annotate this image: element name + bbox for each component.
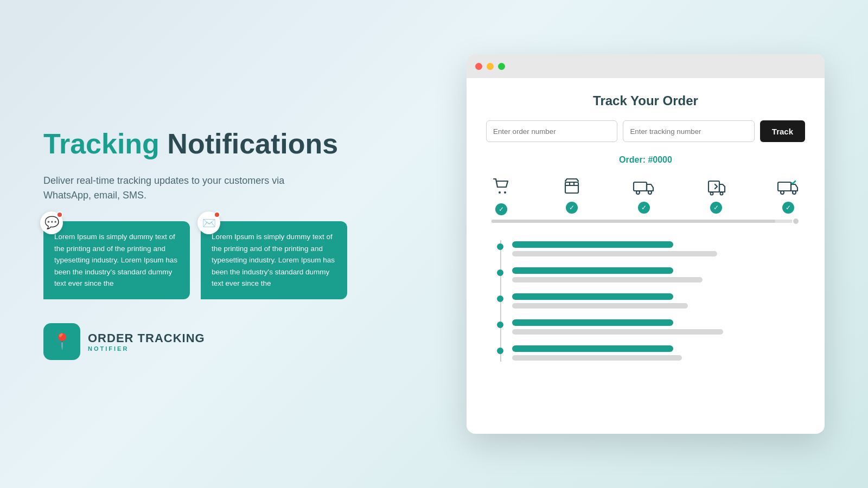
timeline: [486, 236, 805, 366]
svg-point-7: [711, 192, 713, 195]
notification-dot-email: [214, 211, 220, 218]
email-bubble: ✉️ Lorem Ipsum is simply dummy text of t…: [201, 221, 347, 299]
progress-bar-container: [492, 220, 800, 223]
brand-text: ORDER TRACKING NOTIFIER: [88, 331, 205, 352]
box-icon: [562, 177, 582, 198]
svg-point-4: [636, 191, 640, 194]
traffic-light-yellow[interactable]: [487, 63, 494, 70]
order-number-input[interactable]: [486, 120, 617, 142]
whatsapp-bubble: 💬 Lorem Ipsum is simply dummy text of th…: [43, 221, 190, 299]
step-packed: ✓: [562, 177, 582, 214]
order-number-display: Order: #0000: [486, 155, 805, 165]
step-check-5: ✓: [782, 202, 794, 214]
progress-bar-fill: [492, 220, 775, 223]
step-check-1: ✓: [495, 203, 507, 215]
timeline-dot-1: [497, 243, 503, 250]
timeline-dot-5: [497, 348, 503, 354]
email-bubble-text: Lorem Ipsum is simply dummy text of the …: [212, 233, 335, 287]
browser-window: Track Your Order Track Order: #0000: [467, 54, 825, 434]
timeline-bar-primary-2: [512, 267, 673, 274]
svg-point-10: [781, 191, 784, 194]
timeline-item-2: [497, 262, 805, 288]
step-check-2: ✓: [566, 202, 578, 214]
timeline-dot-3: [497, 296, 503, 302]
timeline-bar-secondary-3: [512, 303, 688, 309]
brand-logo: 📍 ORDER TRACKING NOTIFIER: [43, 323, 380, 360]
svg-point-0: [499, 191, 501, 194]
notification-dot-whatsapp: [56, 211, 63, 218]
step-check-3: ✓: [638, 202, 650, 214]
search-bar: Track: [486, 120, 805, 142]
whatsapp-icon-container: 💬: [40, 211, 63, 234]
timeline-bar-secondary-5: [512, 355, 682, 361]
tracking-number-input[interactable]: [623, 120, 754, 142]
timeline-bar-secondary-1: [512, 251, 717, 256]
delivery-icon: [706, 177, 726, 198]
timeline-content-4: [512, 319, 805, 335]
timeline-item-1: [497, 236, 805, 262]
svg-rect-2: [565, 182, 578, 193]
traffic-light-green[interactable]: [498, 63, 505, 70]
timeline-bar-primary-5: [512, 345, 673, 352]
email-icon-container: ✉️: [197, 211, 220, 234]
truck-icon: [633, 177, 655, 198]
timeline-item-4: [497, 314, 805, 340]
left-panel: Tracking Notifications Deliver real-time…: [43, 128, 380, 360]
chat-bubbles: 💬 Lorem Ipsum is simply dummy text of th…: [43, 221, 380, 299]
headline-rest: Notifications: [159, 128, 338, 159]
step-delivered: ✓: [777, 177, 800, 214]
timeline-content-1: [512, 241, 805, 256]
timeline-bar-secondary-2: [512, 277, 703, 282]
headline: Tracking Notifications: [43, 128, 380, 160]
browser-content: Track Your Order Track Order: #0000: [467, 78, 825, 434]
svg-rect-9: [778, 182, 791, 191]
svg-point-1: [504, 191, 506, 194]
brand-icon: 📍: [53, 332, 72, 350]
traffic-light-red[interactable]: [475, 63, 482, 70]
whatsapp-bubble-text: Lorem Ipsum is simply dummy text of the …: [54, 233, 177, 287]
brand-sub: NOTIFIER: [88, 345, 205, 352]
email-icon: ✉️: [202, 214, 216, 232]
tracking-steps: ✓ ✓: [486, 177, 805, 215]
svg-point-11: [793, 191, 796, 194]
cart-icon: [492, 177, 511, 200]
step-shipped: ✓: [633, 177, 655, 214]
main-container: Tracking Notifications Deliver real-time…: [22, 16, 846, 472]
step-check-4: ✓: [710, 202, 722, 214]
brand-icon-box: 📍: [43, 323, 80, 360]
timeline-content-3: [512, 293, 805, 309]
svg-point-5: [648, 191, 652, 194]
timeline-bar-secondary-4: [512, 329, 723, 335]
timeline-content-2: [512, 267, 805, 282]
delivered-icon: [777, 177, 800, 198]
timeline-bar-primary-1: [512, 241, 673, 248]
track-button[interactable]: Track: [760, 120, 805, 142]
timeline-bar-primary-3: [512, 293, 673, 300]
timeline-bar-primary-4: [512, 319, 673, 326]
svg-rect-3: [634, 182, 647, 191]
brand-name: ORDER TRACKING: [88, 331, 205, 345]
svg-point-8: [720, 192, 723, 195]
progress-dot: [792, 217, 800, 225]
step-out-for-delivery: ✓: [706, 177, 726, 214]
timeline-item-3: [497, 288, 805, 314]
subtitle: Deliver real-time tracking updates to yo…: [43, 174, 326, 203]
timeline-item-5: [497, 340, 805, 366]
timeline-content-5: [512, 345, 805, 361]
headline-highlight: Tracking: [43, 128, 159, 159]
timeline-dot-4: [497, 322, 503, 328]
browser-titlebar: [467, 54, 825, 78]
step-order-placed: ✓: [492, 177, 511, 215]
order-title: Track Your Order: [486, 93, 805, 108]
timeline-dot-2: [497, 269, 503, 276]
